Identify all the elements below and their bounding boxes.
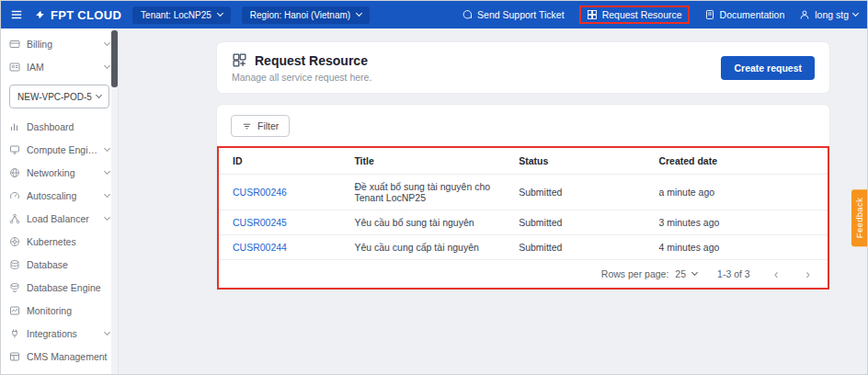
feedback-tab[interactable]: Feedback bbox=[851, 189, 867, 246]
sidebar-item-dashboard[interactable]: Dashboard bbox=[1, 115, 118, 138]
previous-page-button[interactable]: ‹ bbox=[771, 267, 782, 280]
sidebar-item-cms-management[interactable]: CMS Management bbox=[1, 345, 118, 368]
kubernetes-icon bbox=[9, 236, 20, 247]
monitoring-icon bbox=[9, 305, 20, 316]
pagination: Rows per page: 25 1-3 of 3 ‹ › bbox=[219, 259, 828, 288]
networking-icon bbox=[9, 167, 20, 178]
sidebar-item-networking[interactable]: Networking bbox=[1, 161, 118, 184]
request-resource-label: Request Resource bbox=[602, 9, 682, 20]
sidebar-item-integrations[interactable]: Integrations bbox=[1, 322, 118, 345]
hamburger-menu-icon[interactable] bbox=[10, 8, 23, 21]
sidebar-item-compute-engine[interactable]: Compute Engine bbox=[1, 138, 118, 161]
sidebar-scrollbar-thumb[interactable] bbox=[111, 30, 118, 87]
sidebar-item-autoscaling[interactable]: Autoscaling bbox=[1, 184, 118, 207]
send-support-ticket-link[interactable]: Send Support Ticket bbox=[462, 9, 565, 20]
sidebar-item-container-registry[interactable]: Container Registry bbox=[1, 368, 118, 375]
vpc-select-value: NEW-VPC-POD-5 bbox=[17, 92, 92, 102]
documentation-link[interactable]: Documentation bbox=[704, 9, 785, 20]
request-title: Yêu cầu cung cấp tài nguyên bbox=[340, 235, 505, 260]
load-balancer-icon bbox=[9, 213, 20, 224]
sidebar-item-billing[interactable]: Billing bbox=[1, 32, 118, 55]
sidebar-item-label: Database bbox=[27, 259, 68, 270]
sidebar-item-label: Dashboard bbox=[27, 121, 74, 132]
dashboard-icon bbox=[9, 121, 20, 132]
chevron-down-icon bbox=[96, 92, 102, 98]
next-page-button[interactable]: › bbox=[802, 267, 814, 280]
document-icon bbox=[704, 9, 715, 20]
fpt-logo-icon bbox=[34, 9, 46, 21]
main-content: Request Resource Manage all service requ… bbox=[119, 28, 867, 374]
user-menu[interactable]: long stg bbox=[799, 9, 858, 20]
sidebar-item-kubernetes[interactable]: Kubernetes bbox=[1, 230, 118, 253]
filter-button[interactable]: Filter bbox=[231, 115, 290, 137]
sidebar: Billing IAM NEW-VPC-POD-5 Dashboard Comp… bbox=[1, 28, 119, 374]
vpc-select[interactable]: NEW-VPC-POD-5 bbox=[9, 85, 109, 108]
request-status: Submitted bbox=[505, 235, 645, 260]
filter-button-label: Filter bbox=[257, 120, 279, 131]
fpt-cloud-logo[interactable]: FPT CLOUD bbox=[34, 8, 121, 22]
rows-per-page-select[interactable]: Rows per page: 25 bbox=[601, 268, 697, 279]
sidebar-item-label: IAM bbox=[27, 62, 44, 73]
sidebar-item-label: Monitoring bbox=[27, 305, 72, 316]
support-ticket-icon bbox=[462, 9, 473, 20]
filter-icon bbox=[242, 121, 252, 131]
table-row[interactable]: CUSR00244 Yêu cầu cung cấp tài nguyên Su… bbox=[219, 235, 828, 260]
sidebar-item-label: Integrations bbox=[27, 328, 77, 339]
sidebar-item-label: CMS Management bbox=[27, 351, 108, 362]
request-created-date: 4 minutes ago bbox=[645, 235, 828, 260]
sidebar-item-database-engine[interactable]: Database Engine bbox=[1, 276, 118, 299]
chevron-down-icon bbox=[356, 10, 362, 17]
table-row[interactable]: CUSR00245 Yêu cầu bổ sung tài nguyên Sub… bbox=[219, 210, 828, 235]
billing-icon bbox=[9, 39, 20, 50]
rows-per-page-label: Rows per page: bbox=[601, 268, 669, 279]
chevron-down-icon bbox=[104, 328, 110, 335]
table-header-row: ID Title Status Created date bbox=[219, 148, 828, 175]
tenant-selector[interactable]: Tenant: LocNP25 bbox=[132, 6, 231, 24]
region-label: Region: Hanoi (Vietnam) bbox=[250, 10, 350, 20]
request-table-card: Filter ID Title Status Created date bbox=[217, 105, 829, 290]
column-header-title: Title bbox=[340, 148, 505, 175]
iam-icon bbox=[9, 62, 20, 73]
cms-management-icon bbox=[9, 351, 20, 362]
pagination-range: 1-3 of 3 bbox=[717, 268, 750, 279]
chevron-down-icon bbox=[852, 10, 859, 17]
sidebar-item-label: Networking bbox=[27, 167, 75, 178]
database-engine-icon bbox=[9, 282, 20, 293]
request-created-date: 3 minutes ago bbox=[645, 210, 828, 235]
column-header-id: ID bbox=[219, 148, 340, 175]
create-request-button[interactable]: Create request bbox=[721, 56, 815, 80]
sidebar-item-label: Database Engine bbox=[27, 282, 101, 293]
request-title: Yêu cầu bổ sung tài nguyên bbox=[340, 210, 505, 235]
chevron-down-icon bbox=[104, 39, 110, 45]
sidebar-item-database[interactable]: Database bbox=[1, 253, 118, 276]
sidebar-item-monitoring[interactable]: Monitoring bbox=[1, 299, 118, 322]
compute-engine-icon bbox=[9, 144, 20, 155]
tenant-label: Tenant: LocNP25 bbox=[141, 10, 211, 20]
user-icon bbox=[799, 9, 810, 20]
sidebar-item-load-balancer[interactable]: Load Balancer bbox=[1, 207, 118, 230]
request-resource-link[interactable]: Request Resource bbox=[579, 6, 690, 24]
sidebar-item-iam[interactable]: IAM bbox=[1, 55, 118, 78]
sidebar-scrollbar[interactable] bbox=[111, 28, 118, 374]
send-support-ticket-label: Send Support Ticket bbox=[477, 9, 565, 20]
chevron-down-icon bbox=[217, 10, 223, 17]
request-id-link[interactable]: CUSR00244 bbox=[233, 242, 287, 253]
page-subtitle: Manage all service request here. bbox=[232, 72, 371, 83]
table-row[interactable]: CUSR00246 Đề xuất bổ sung tài nguyên cho… bbox=[219, 175, 828, 210]
topbar: FPT CLOUD Tenant: LocNP25 Region: Hanoi … bbox=[1, 1, 867, 28]
rows-per-page-value: 25 bbox=[675, 268, 686, 279]
page-header-card: Request Resource Manage all service requ… bbox=[217, 42, 829, 93]
request-table: ID Title Status Created date CUSR00246 Đ… bbox=[219, 148, 828, 259]
request-id-link[interactable]: CUSR00246 bbox=[233, 187, 287, 198]
sidebar-item-label: Kubernetes bbox=[27, 236, 76, 247]
request-id-link[interactable]: CUSR00245 bbox=[233, 217, 287, 228]
page-title: Request Resource bbox=[255, 53, 368, 68]
column-header-created-date: Created date bbox=[645, 148, 828, 175]
user-name-label: long stg bbox=[815, 9, 849, 20]
request-title: Đề xuất bổ sung tài nguyên cho Tenant Lo… bbox=[340, 175, 505, 210]
region-selector[interactable]: Region: Hanoi (Vietnam) bbox=[242, 6, 370, 24]
topbar-right-nav: Send Support Ticket Request Resource Doc… bbox=[462, 6, 858, 24]
chevron-down-icon bbox=[104, 62, 110, 68]
integrations-icon bbox=[9, 328, 20, 339]
grid-icon bbox=[587, 9, 598, 20]
